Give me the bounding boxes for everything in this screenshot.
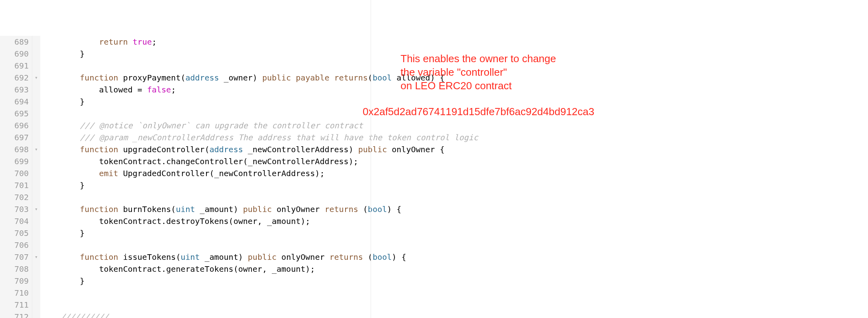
fold-toggle — [32, 167, 40, 179]
fold-toggle[interactable]: ▾ — [32, 72, 40, 84]
line-number: 693 — [0, 84, 32, 96]
code-content[interactable] — [40, 287, 41, 299]
code-content[interactable]: } — [40, 227, 84, 239]
annotation-line: the variable "controller" — [401, 65, 556, 79]
code-line[interactable]: 699 tokenContract.changeController(_newC… — [0, 155, 868, 167]
fold-toggle — [32, 191, 40, 203]
fold-toggle — [32, 179, 40, 191]
fold-toggle — [32, 239, 40, 251]
code-content[interactable] — [40, 108, 41, 120]
code-content[interactable]: /// @notice `onlyOwner` can upgrade the … — [40, 120, 363, 132]
code-line[interactable]: 702 — [0, 191, 868, 203]
fold-toggle[interactable]: ▾ — [32, 203, 40, 215]
line-number: 706 — [0, 239, 32, 251]
line-number: 689 — [0, 36, 32, 48]
code-line[interactable]: 712 ////////// — [0, 311, 868, 318]
fold-toggle — [32, 311, 40, 318]
line-number: 698 — [0, 143, 32, 155]
fold-toggle — [32, 275, 40, 287]
fold-toggle — [32, 299, 40, 311]
code-content[interactable]: function upgradeController(address _newC… — [40, 143, 444, 155]
line-number: 702 — [0, 191, 32, 203]
code-line[interactable]: 703▾ function burnTokens(uint _amount) p… — [0, 203, 868, 215]
fold-toggle — [32, 36, 40, 48]
annotation-line: This enables the owner to change — [401, 52, 556, 65]
code-content[interactable] — [40, 299, 41, 311]
code-line[interactable]: 706 — [0, 239, 868, 251]
annotation-address: 0x2af5d2ad76741191d15dfe7bf6ac92d4bd912c… — [363, 106, 594, 118]
line-number: 696 — [0, 120, 32, 132]
line-number: 703 — [0, 203, 32, 215]
code-content[interactable]: } — [40, 48, 84, 60]
code-line[interactable]: 689 return true; — [0, 36, 868, 48]
fold-toggle — [32, 132, 40, 143]
fold-toggle — [32, 287, 40, 299]
fold-toggle — [32, 84, 40, 96]
code-line[interactable]: 705 } — [0, 227, 868, 239]
fold-toggle[interactable]: ▾ — [32, 251, 40, 263]
line-number: 701 — [0, 179, 32, 191]
fold-toggle — [32, 108, 40, 120]
code-content[interactable]: } — [40, 96, 84, 108]
code-content[interactable] — [40, 60, 41, 72]
fold-toggle — [32, 60, 40, 72]
line-number: 692 — [0, 72, 32, 84]
fold-toggle — [32, 155, 40, 167]
code-line[interactable]: 711 — [0, 299, 868, 311]
line-number: 710 — [0, 287, 32, 299]
line-number: 705 — [0, 227, 32, 239]
code-line[interactable]: 696 /// @notice `onlyOwner` can upgrade … — [0, 120, 868, 132]
line-number: 711 — [0, 299, 32, 311]
code-content[interactable]: emit UpgradedController(_newControllerAd… — [40, 167, 324, 179]
annotation-line: on LEO ERC20 contract — [401, 79, 556, 92]
line-number: 708 — [0, 263, 32, 275]
code-line[interactable]: 700 emit UpgradedController(_newControll… — [0, 167, 868, 179]
fold-toggle — [32, 263, 40, 275]
code-line[interactable]: 697 /// @param _newControllerAddress The… — [0, 132, 868, 143]
code-line[interactable]: 704 tokenContract.destroyTokens(owner, _… — [0, 215, 868, 227]
code-line[interactable]: 698▾ function upgradeController(address … — [0, 143, 868, 155]
line-number: 694 — [0, 96, 32, 108]
line-number: 695 — [0, 108, 32, 120]
code-content[interactable] — [40, 191, 41, 203]
annotation-text: This enables the owner to change the var… — [401, 52, 556, 92]
line-number: 704 — [0, 215, 32, 227]
fold-toggle[interactable]: ▾ — [32, 143, 40, 155]
code-line[interactable]: 708 tokenContract.generateTokens(owner, … — [0, 263, 868, 275]
fold-toggle — [32, 227, 40, 239]
code-content[interactable]: } — [40, 275, 84, 287]
code-line[interactable]: 709 } — [0, 275, 868, 287]
fold-toggle — [32, 48, 40, 60]
code-content[interactable]: tokenContract.generateTokens(owner, _amo… — [40, 263, 315, 275]
code-line[interactable]: 710 — [0, 287, 868, 299]
code-content[interactable]: tokenContract.destroyTokens(owner, _amou… — [40, 215, 310, 227]
fold-toggle — [32, 96, 40, 108]
code-content[interactable]: tokenContract.changeController(_newContr… — [40, 155, 358, 167]
fold-toggle — [32, 120, 40, 132]
code-content[interactable]: function proxyPayment(address _owner) pu… — [40, 72, 445, 84]
code-content[interactable]: function issueTokens(uint _amount) publi… — [40, 251, 406, 263]
fold-toggle — [32, 215, 40, 227]
code-content[interactable]: /// @param _newControllerAddress The add… — [40, 132, 478, 143]
code-content[interactable]: ////////// — [40, 311, 109, 318]
code-line[interactable]: 701 } — [0, 179, 868, 191]
line-number: 699 — [0, 155, 32, 167]
line-number: 700 — [0, 167, 32, 179]
code-content[interactable]: } — [40, 179, 84, 191]
print-margin — [371, 0, 371, 318]
code-line[interactable]: 707▾ function issueTokens(uint _amount) … — [0, 251, 868, 263]
code-content[interactable] — [40, 239, 41, 251]
line-number: 690 — [0, 48, 32, 60]
line-number: 697 — [0, 132, 32, 143]
code-content[interactable]: allowed = false; — [40, 84, 176, 96]
line-number: 709 — [0, 275, 32, 287]
line-number: 691 — [0, 60, 32, 72]
code-content[interactable]: return true; — [40, 36, 157, 48]
line-number: 707 — [0, 251, 32, 263]
line-number: 712 — [0, 311, 32, 318]
code-editor[interactable]: 689 return true;690 }691692▾ function pr… — [0, 0, 868, 318]
code-content[interactable]: function burnTokens(uint _amount) public… — [40, 203, 401, 215]
